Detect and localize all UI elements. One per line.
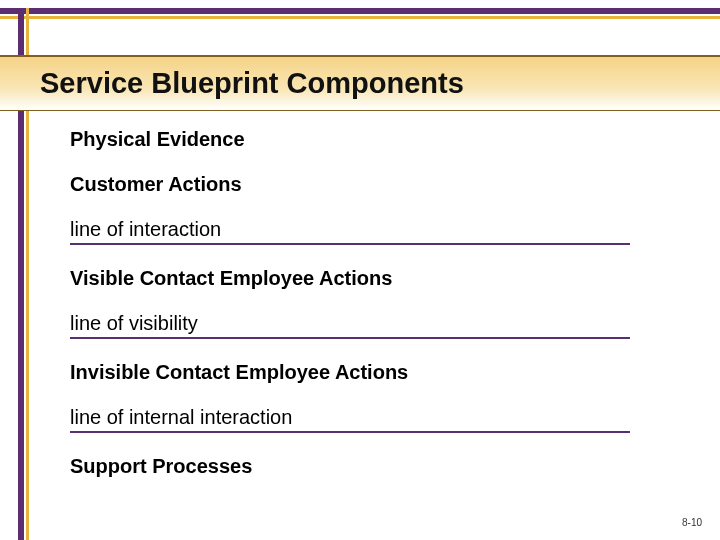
label-visible-contact: Visible Contact Employee Actions: [70, 267, 680, 290]
top-gold-bar: [0, 16, 720, 19]
label-physical-evidence: Physical Evidence: [70, 128, 680, 151]
line-of-internal-interaction: line of internal interaction: [70, 406, 630, 433]
title-bar: Service Blueprint Components: [0, 55, 720, 111]
label-customer-actions: Customer Actions: [70, 173, 680, 196]
label-invisible-contact: Invisible Contact Employee Actions: [70, 361, 680, 384]
page-title: Service Blueprint Components: [40, 67, 464, 100]
page-number: 8-10: [682, 517, 702, 528]
content-area: Physical Evidence Customer Actions line …: [70, 128, 680, 478]
label-support-processes: Support Processes: [70, 455, 680, 478]
line-of-visibility: line of visibility: [70, 312, 630, 339]
line-of-interaction: line of interaction: [70, 218, 630, 245]
top-purple-bar: [0, 8, 720, 14]
